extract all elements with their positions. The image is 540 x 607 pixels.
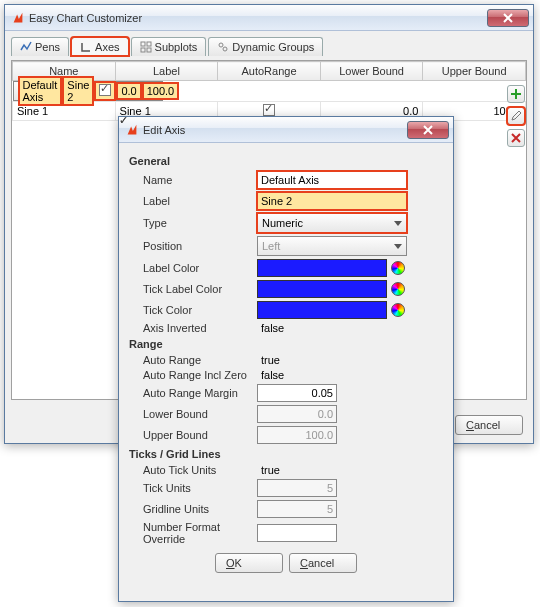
cancel-button[interactable]: Cancel [289, 553, 357, 573]
label-tickunits: Tick Units [129, 482, 257, 494]
edit-close-button[interactable] [407, 121, 449, 139]
close-icon [503, 13, 513, 23]
ok-button[interactable]: OK [215, 553, 283, 573]
tab-label: Dynamic Groups [232, 41, 314, 53]
tab-label: Axes [95, 41, 119, 53]
cell-name: Default Axis [18, 76, 63, 106]
label-axisinverted: Axis Inverted [129, 322, 257, 334]
type-select[interactable]: Numeric [257, 213, 407, 233]
name-field[interactable] [257, 171, 407, 189]
axis-inverted-value: false [261, 322, 284, 334]
add-axis-button[interactable] [507, 85, 525, 103]
tab-label: Pens [35, 41, 60, 53]
label-name: Name [129, 174, 257, 186]
side-buttons [507, 85, 525, 147]
edit-body: General Name Label Type Numeric Position… [119, 143, 453, 601]
label-lowerbound: Lower Bound [129, 408, 257, 420]
close-icon [423, 125, 433, 135]
label-position: Position [129, 240, 257, 252]
autorange-margin-field[interactable] [257, 384, 337, 402]
gridline-units-field [257, 500, 337, 518]
edit-titlebar[interactable]: Edit Axis [119, 117, 453, 143]
axes-icon [80, 41, 92, 53]
col-label[interactable]: Label [115, 62, 218, 81]
edit-icon [510, 110, 522, 122]
label-numfmt: Number Format Override [129, 521, 257, 545]
label-ticklabelcolor: Tick Label Color [129, 283, 257, 295]
chevron-down-icon [394, 221, 402, 226]
upper-bound-field [257, 426, 337, 444]
delete-icon [510, 132, 522, 144]
window-title: Easy Chart Customizer [29, 12, 487, 24]
autorange-checkbox[interactable] [263, 104, 275, 116]
col-autorange[interactable]: AutoRange [218, 62, 321, 81]
tab-subplots[interactable]: Subplots [131, 37, 207, 56]
edit-axis-dialog: Edit Axis General Name Label Type Numeri… [118, 116, 454, 602]
app-icon [11, 11, 25, 25]
autorange-zero-value: false [261, 369, 284, 381]
tab-dynamic-groups[interactable]: Dynamic Groups [208, 37, 323, 56]
label-upperbound: Upper Bound [129, 429, 257, 441]
tab-bar: PensAxesSubplotsDynamic Groups [11, 37, 527, 56]
section-range: Range [129, 338, 443, 350]
cell-upper: 100.0 [142, 82, 180, 100]
tab-axes[interactable]: Axes [71, 37, 128, 56]
delete-axis-button[interactable] [507, 129, 525, 147]
tab-pens[interactable]: Pens [11, 37, 69, 56]
section-ticks: Ticks / Grid Lines [129, 448, 443, 460]
tick-label-color-swatch[interactable] [257, 280, 387, 298]
table-body: Default AxisSine 20.0100.0Sine 1Sine 10.… [13, 81, 526, 121]
label-type: Type [129, 217, 257, 229]
titlebar[interactable]: Easy Chart Customizer [5, 5, 533, 31]
label-tickcolor: Tick Color [129, 304, 257, 316]
svg-rect-1 [147, 42, 151, 46]
number-format-field[interactable] [257, 524, 337, 542]
label-autorange: Auto Range [129, 354, 257, 366]
autorange-value: true [261, 354, 280, 366]
label-field[interactable] [257, 192, 407, 210]
svg-point-4 [219, 43, 223, 47]
tick-units-field [257, 479, 337, 497]
table-row[interactable]: Default AxisSine 20.0100.0 [13, 81, 163, 101]
color-wheel-icon[interactable] [391, 303, 405, 317]
chevron-down-icon [394, 244, 402, 249]
plus-icon [510, 88, 522, 100]
svg-point-5 [223, 47, 227, 51]
label-color-swatch[interactable] [257, 259, 387, 277]
col-upper-bound[interactable]: Upper Bound [423, 62, 526, 81]
cancel-button[interactable]: Cancel [455, 415, 523, 435]
edit-dialog-buttons: OK Cancel [129, 553, 443, 573]
edit-window-title: Edit Axis [143, 124, 407, 136]
subplots-icon [140, 41, 152, 53]
pens-icon [20, 41, 32, 53]
label-label: Label [129, 195, 257, 207]
label-autorangezero: Auto Range Incl Zero [129, 369, 257, 381]
label-autotick: Auto Tick Units [129, 464, 257, 476]
autorange-checkbox[interactable] [99, 84, 111, 96]
close-button[interactable] [487, 9, 529, 27]
section-general: General [129, 155, 443, 167]
cell-lower: 0.0 [116, 82, 141, 100]
cell-autorange[interactable] [94, 81, 116, 101]
color-wheel-icon[interactable] [391, 282, 405, 296]
tab-label: Subplots [155, 41, 198, 53]
label-labelcolor: Label Color [129, 262, 257, 274]
label-gridunits: Gridline Units [129, 503, 257, 515]
color-wheel-icon[interactable] [391, 261, 405, 275]
tick-color-swatch[interactable] [257, 301, 387, 319]
svg-rect-2 [141, 48, 145, 52]
dyngroups-icon [217, 41, 229, 53]
label-autorangemargin: Auto Range Margin [129, 387, 257, 399]
col-lower-bound[interactable]: Lower Bound [320, 62, 423, 81]
cell-label: Sine 2 [62, 76, 94, 106]
svg-rect-0 [141, 42, 145, 46]
autotick-value: true [261, 464, 280, 476]
position-select[interactable]: Left [257, 236, 407, 256]
svg-rect-3 [147, 48, 151, 52]
lower-bound-field [257, 405, 337, 423]
edit-axis-button[interactable] [507, 107, 525, 125]
